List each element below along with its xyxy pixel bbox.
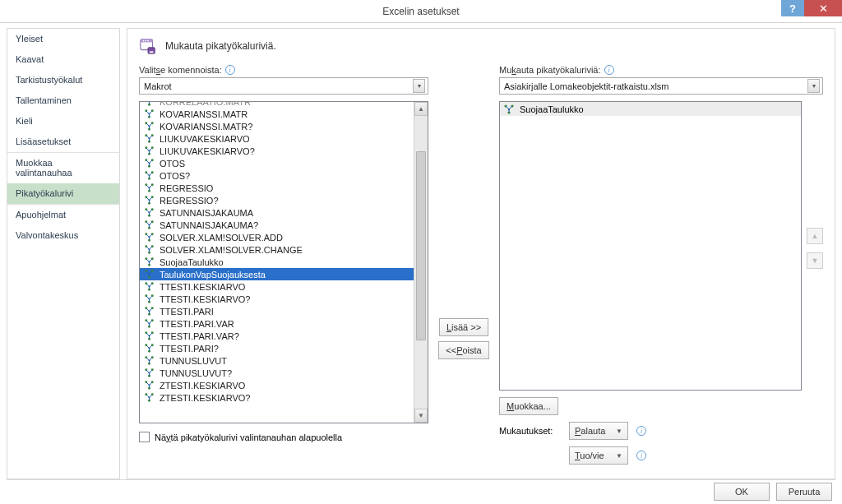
svg-point-90 <box>148 347 150 349</box>
import-export-button[interactable]: Tuo/vie▼ <box>569 446 628 465</box>
list-item[interactable]: TTESTI.KESKIARVO? <box>140 293 414 305</box>
list-item[interactable]: TTESTI.KESKIARVO <box>140 280 414 293</box>
list-item-label: TTESTI.PARI.VAR? <box>160 331 239 341</box>
list-item-label: SATUNNAISJAKAUMA <box>160 208 253 218</box>
move-down-button[interactable]: ▼ <box>807 252 823 269</box>
customizations-label: Mukautukset: <box>499 426 561 436</box>
list-item-label: OTOS? <box>160 171 190 181</box>
sidebar-item[interactable]: Pikatyökalurivi <box>7 183 119 204</box>
list-item-label: TUNNUSLUVUT <box>160 356 227 366</box>
list-item[interactable]: TTESTI.PARI? <box>140 342 414 354</box>
list-item-label: TaulukonVapSuojauksesta <box>160 270 266 280</box>
list-item-label: ZTESTI.KESKIARVO? <box>160 393 250 403</box>
help-button[interactable]: ? <box>781 0 804 16</box>
list-item[interactable]: SuojaaTaulukko <box>140 256 414 268</box>
list-item[interactable]: TaulukonVapSuojauksesta <box>140 268 414 280</box>
toolbar-listbox[interactable]: SuojaaTaulukko <box>499 101 802 391</box>
macro-icon <box>143 331 155 342</box>
list-item-label: TUNNUSLUVUT? <box>160 368 232 378</box>
list-item[interactable]: REGRESSIO <box>140 182 414 194</box>
list-item[interactable]: SATUNNAISJAKAUMA <box>140 206 414 219</box>
list-item[interactable]: SuojaaTaulukko <box>500 102 801 116</box>
list-item-label: SATUNNAISJAKAUMA? <box>160 220 258 230</box>
macro-icon <box>143 133 155 145</box>
list-item[interactable]: KORRELAATIO.MATR <box>140 102 414 108</box>
modify-button[interactable]: Muokkaa... <box>499 397 558 415</box>
list-item[interactable]: SOLVER.XLAM!SOLVER.ADD <box>140 231 414 243</box>
list-item[interactable]: OTOS <box>140 157 414 169</box>
list-item[interactable]: TTESTI.PARI.VAR <box>140 317 414 330</box>
list-item[interactable]: LIUKUVAKESKIARVO? <box>140 145 414 157</box>
svg-point-94 <box>148 359 150 361</box>
list-item[interactable]: LIUKUVAKESKIARVO <box>140 132 414 145</box>
customize-qat-combo[interactable]: Asiakirjalle Lomakeobjektit-ratkaistu.xl… <box>499 77 823 95</box>
macro-icon <box>143 232 155 243</box>
show-below-ribbon-label: Näytä pikatyökalurivi valintanauhan alap… <box>155 432 342 442</box>
svg-point-98 <box>148 372 150 373</box>
page-heading: Mukauta pikatyökaluriviä. <box>165 40 276 52</box>
macro-icon <box>143 102 155 108</box>
sidebar-item[interactable]: Yleiset <box>7 29 119 49</box>
list-item[interactable]: SOLVER.XLAM!SOLVER.CHANGE <box>140 243 414 256</box>
info-icon[interactable]: i <box>225 65 235 75</box>
list-item-label: KOVARIANSSI.MATR? <box>160 122 252 132</box>
dialog-footer: OK Peruuta <box>7 479 835 502</box>
show-below-ribbon-checkbox[interactable] <box>139 432 150 442</box>
svg-point-30 <box>148 162 150 164</box>
commands-listbox[interactable]: KORRELAATIO.MATRKOVARIANSSI.MATRKOVARIAN… <box>139 101 428 423</box>
scroll-thumb[interactable] <box>416 151 426 340</box>
add-button[interactable]: Lisää >> <box>439 318 488 336</box>
svg-point-18 <box>148 125 150 127</box>
list-item[interactable]: TUNNUSLUVUT <box>140 354 414 367</box>
macro-icon <box>143 109 155 120</box>
svg-point-22 <box>148 137 150 139</box>
customize-qat-value: Asiakirjalle Lomakeobjektit-ratkaistu.xl… <box>504 81 669 91</box>
sidebar-item[interactable]: Tarkistustyökalut <box>7 70 119 90</box>
list-item[interactable]: ZTESTI.KESKIARVO? <box>140 391 414 404</box>
sidebar-item[interactable]: Muokkaa valintanauhaa <box>7 152 119 183</box>
quick-access-toolbar-icon <box>139 37 157 55</box>
macro-icon <box>143 220 155 231</box>
list-item[interactable]: OTOS? <box>140 169 414 182</box>
info-icon[interactable]: i <box>604 65 614 75</box>
list-item[interactable]: ZTESTI.KESKIARVO <box>140 379 414 391</box>
scrollbar[interactable]: ▲ ▼ <box>414 102 428 423</box>
move-up-button[interactable]: ▲ <box>807 228 823 244</box>
ok-button[interactable]: OK <box>714 483 770 501</box>
list-item[interactable]: KOVARIANSSI.MATR? <box>140 120 414 132</box>
choose-commands-combo[interactable]: Makrot ▾ <box>139 77 428 95</box>
transfer-buttons: Lisää >> << Poista <box>437 65 491 465</box>
sidebar-item[interactable]: Lisäasetukset <box>7 132 119 152</box>
list-item[interactable]: KOVARIANSSI.MATR <box>140 108 414 120</box>
macro-icon <box>143 355 155 367</box>
list-item[interactable]: SATUNNAISJAKAUMA? <box>140 219 414 231</box>
macro-icon <box>143 207 155 219</box>
remove-button[interactable]: << Poista <box>438 341 488 359</box>
window-title: Excelin asetukset <box>0 6 842 17</box>
svg-point-50 <box>148 224 150 225</box>
close-button[interactable]: ✕ <box>804 0 842 16</box>
list-item[interactable]: TTESTI.PARI.VAR? <box>140 330 414 342</box>
svg-point-82 <box>148 322 150 324</box>
info-icon[interactable]: i <box>636 451 646 460</box>
svg-point-86 <box>148 335 150 336</box>
sidebar-item[interactable]: Kieli <box>7 111 119 132</box>
svg-rect-6 <box>150 51 154 53</box>
macro-icon <box>143 306 155 317</box>
scroll-down-button[interactable]: ▼ <box>414 409 428 423</box>
list-item[interactable]: REGRESSIO? <box>140 194 414 206</box>
choose-commands-value: Makrot <box>144 81 172 91</box>
sidebar-item[interactable]: Kaavat <box>7 49 119 70</box>
list-item[interactable]: TTESTI.PARI <box>140 305 414 317</box>
sidebar-item[interactable]: Tallentaminen <box>7 90 119 111</box>
sidebar-item[interactable]: Valvontakeskus <box>7 225 119 246</box>
info-icon[interactable]: i <box>636 426 646 436</box>
scroll-up-button[interactable]: ▲ <box>414 102 428 116</box>
reset-button[interactable]: Palauta▼ <box>569 422 628 440</box>
sidebar-item[interactable]: Apuohjelmat <box>7 204 119 225</box>
list-item[interactable]: TUNNUSLUVUT? <box>140 367 414 379</box>
svg-point-66 <box>148 273 150 275</box>
cancel-button[interactable]: Peruuta <box>776 483 832 501</box>
choose-commands-label: Valitse komennoista: <box>139 65 222 75</box>
macro-icon <box>143 368 155 379</box>
